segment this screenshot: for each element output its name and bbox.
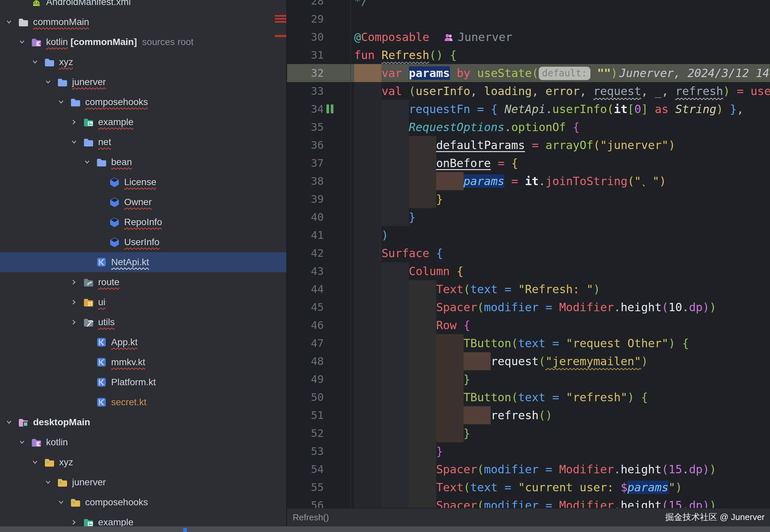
tree-item-secret-kt[interactable]: secret.kt — [0, 392, 287, 412]
code-line-42[interactable]: 42 Surface { — [287, 244, 770, 262]
chevron-down-icon[interactable] — [44, 78, 52, 86]
line-number[interactable]: 39 — [287, 190, 324, 208]
tree-item-repoinfo[interactable]: RepoInfo — [0, 212, 287, 232]
line-number[interactable]: 34 — [287, 100, 324, 118]
tree-item-owner[interactable]: Owner — [0, 192, 287, 212]
chevron-down-icon[interactable] — [18, 38, 26, 46]
chevron-down-icon[interactable] — [57, 498, 65, 507]
code-line-50[interactable]: 50 TButton(text = "refresh") { — [287, 388, 770, 406]
line-number[interactable]: 48 — [287, 352, 324, 370]
tree-item-commonmain[interactable]: commonMain — [0, 12, 287, 32]
chevron-right-icon[interactable] — [70, 318, 78, 327]
code-line-53[interactable]: 53 } — [287, 442, 770, 460]
error-stripe-mark[interactable] — [275, 18, 287, 20]
code-line-55[interactable]: 55 Text(text = "current user: $params") — [287, 478, 770, 496]
code-line-45[interactable]: 45 Spacer(modifier = Modifier.height(10.… — [287, 298, 770, 316]
tree-item-xyz[interactable]: xyz — [0, 452, 287, 472]
tree-item-userinfo[interactable]: UserInfo — [0, 232, 287, 252]
tree-item-composehooks[interactable]: composehooks — [0, 492, 287, 512]
tree-item-androidmanifest-xml[interactable]: AndroidManifest.xml — [0, 0, 287, 12]
line-number[interactable]: 30 — [287, 28, 324, 46]
code-line-43[interactable]: 43 Column { — [287, 262, 770, 280]
line-number[interactable]: 52 — [287, 424, 324, 442]
line-number[interactable]: 53 — [287, 442, 324, 460]
line-number[interactable]: 55 — [287, 478, 324, 496]
line-number[interactable]: 46 — [287, 316, 324, 334]
tree-item-route[interactable]: route — [0, 272, 287, 292]
code-line-34[interactable]: 34 requestFn = { NetApi.userInfo(it[0] a… — [287, 100, 770, 118]
tree-item-netapi-kt[interactable]: NetApi.kt — [0, 252, 287, 272]
line-number[interactable]: 50 — [287, 388, 324, 406]
error-stripe-mark[interactable] — [275, 35, 287, 37]
code-line-31[interactable]: 31fun Refresh() { — [287, 46, 770, 64]
tree-item-kotlin-commonmain-sources-root[interactable]: kotlin [commonMain] sources root — [0, 32, 287, 52]
tree-item-junerver[interactable]: junerver — [0, 472, 287, 492]
chevron-down-icon[interactable] — [18, 438, 26, 447]
line-number[interactable]: 49 — [287, 370, 324, 388]
line-number[interactable]: 43 — [287, 262, 324, 280]
tree-item-composehooks[interactable]: composehooks — [0, 92, 287, 112]
line-number[interactable]: 40 — [287, 208, 324, 226]
code-line-40[interactable]: 40 } — [287, 208, 770, 226]
line-number[interactable]: 33 — [287, 82, 324, 100]
line-number[interactable]: 35 — [287, 118, 324, 136]
code-line-56[interactable]: 56 Spacer(modifier = Modifier.height(15.… — [287, 496, 770, 508]
tree-item-example[interactable]: example — [0, 512, 287, 526]
line-number[interactable]: 47 — [287, 334, 324, 352]
tree-item-mmkv-kt[interactable]: mmkv.kt — [0, 352, 287, 372]
line-number[interactable]: 41 — [287, 226, 324, 244]
chevron-down-icon[interactable] — [5, 418, 13, 427]
tree-item-platform-kt[interactable]: Platform.kt — [0, 372, 287, 392]
code-line-47[interactable]: 47 TButton(text = "request Other") { — [287, 334, 770, 352]
code-line-33[interactable]: 33 val (userInfo, loading, error, reques… — [287, 82, 770, 100]
chevron-right-icon[interactable] — [70, 118, 78, 126]
code-line-54[interactable]: 54 Spacer(modifier = Modifier.height(15.… — [287, 460, 770, 478]
code-line-36[interactable]: 36 defaultParams = arrayOf("junerver") — [287, 136, 770, 154]
chevron-right-icon[interactable] — [70, 278, 78, 287]
breadcrumb[interactable]: Refresh() — [293, 508, 329, 527]
chevron-down-icon[interactable] — [57, 98, 65, 106]
code-line-41[interactable]: 41 ) — [287, 226, 770, 244]
code-line-48[interactable]: 48 request("jeremymailen") — [287, 352, 770, 370]
tree-item-desktopmain[interactable]: desktopMain — [0, 412, 287, 432]
line-number[interactable]: 29 — [287, 10, 324, 28]
line-number[interactable]: 56 — [287, 496, 324, 508]
chevron-down-icon[interactable] — [70, 138, 78, 146]
line-number[interactable]: 38 — [287, 172, 324, 190]
code-line-49[interactable]: 49 } — [287, 370, 770, 388]
code-line-29[interactable]: 29 — [287, 10, 770, 28]
code-line-39[interactable]: 39 } — [287, 190, 770, 208]
tree-item-kotlin[interactable]: kotlin — [0, 432, 287, 452]
line-number[interactable]: 36 — [287, 136, 324, 154]
line-number[interactable]: 32 — [287, 64, 324, 82]
tree-item-app-kt[interactable]: App.kt — [0, 332, 287, 352]
error-stripe-mark[interactable] — [275, 15, 287, 17]
code-line-28[interactable]: 28*/ — [287, 0, 770, 10]
line-number[interactable]: 51 — [287, 406, 324, 424]
tree-item-license[interactable]: License — [0, 172, 287, 192]
error-stripe-mark[interactable] — [275, 21, 287, 23]
code-line-30[interactable]: 30@Composable Junerver — [287, 28, 770, 46]
code-editor[interactable]: 28*/2930@Composable Junerver31fun Refres… — [287, 0, 770, 508]
code-line-38[interactable]: 38 params = it.joinToString("、") — [287, 172, 770, 190]
line-number[interactable]: 44 — [287, 280, 324, 298]
line-number[interactable]: 45 — [287, 298, 324, 316]
line-number[interactable]: 28 — [287, 0, 324, 10]
code-line-32[interactable]: 32 var params by useState(default: "")Ju… — [287, 64, 770, 82]
tree-item-junerver[interactable]: junerver — [0, 72, 287, 92]
tree-item-ui[interactable]: ui — [0, 292, 287, 312]
code-line-52[interactable]: 52 } — [287, 424, 770, 442]
code-line-44[interactable]: 44 Text(text = "Refresh: ") — [287, 280, 770, 298]
tree-item-bean[interactable]: bean — [0, 152, 287, 172]
chevron-down-icon[interactable] — [31, 458, 39, 467]
code-line-46[interactable]: 46 Row { — [287, 316, 770, 334]
tree-item-utils[interactable]: utils — [0, 312, 287, 332]
tree-item-xyz[interactable]: xyz — [0, 52, 287, 72]
code-line-37[interactable]: 37 onBefore = { — [287, 154, 770, 172]
tree-item-net[interactable]: net — [0, 132, 287, 152]
chevron-right-icon[interactable] — [70, 518, 78, 526]
line-number[interactable]: 37 — [287, 154, 324, 172]
chevron-down-icon[interactable] — [31, 58, 39, 66]
code-line-51[interactable]: 51 refresh() — [287, 406, 770, 424]
tree-item-example[interactable]: example — [0, 112, 287, 132]
